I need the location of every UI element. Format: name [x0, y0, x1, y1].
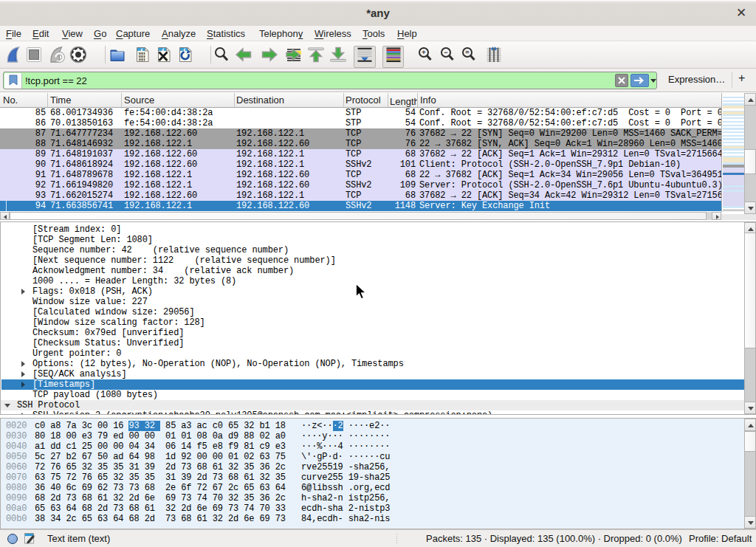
svg-text:+: +	[422, 49, 425, 56]
svg-text:=: =	[465, 49, 469, 56]
svg-text:−: −	[444, 49, 447, 56]
